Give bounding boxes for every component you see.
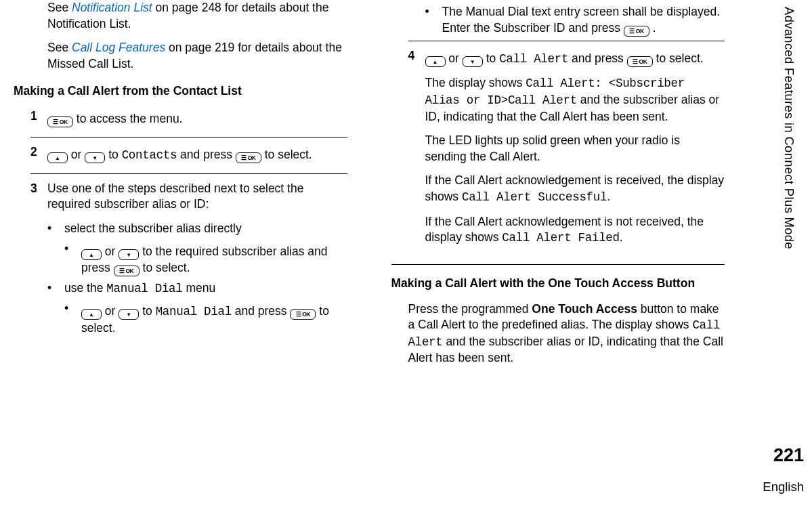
mono-manual-dial: Manual Dial (156, 305, 232, 318)
down-button-icon (85, 152, 105, 163)
text: or (68, 148, 85, 161)
mono-call-alert-failed: Call Alert Failed (502, 231, 619, 245)
paragraph-notification-list: See Notification List on page 248 for de… (47, 0, 347, 32)
left-column: See Notification List on page 248 for de… (0, 0, 361, 474)
sub-bullet-body: or to Manual Dial and press to select. (81, 303, 347, 336)
heading-one-touch-access: Making a Call Alert with the One Touch A… (391, 276, 725, 292)
mono-manual-dial: Manual Dial (106, 282, 182, 295)
paragraph-one-touch-access: Press the programmed One Touch Access bu… (408, 301, 725, 367)
ok-button-icon (627, 56, 653, 67)
page-number: 221 (773, 443, 804, 467)
bullet-text: use the Manual Dial menu (64, 280, 215, 297)
paragraph-led: The LED lights up solid green when your … (425, 133, 725, 165)
paragraph-ack-not-received: If the Call Alert acknowledgement is not… (425, 214, 725, 247)
text: . (620, 230, 623, 244)
step-number: 3 (30, 181, 47, 337)
ok-button-icon (290, 309, 316, 320)
ok-button-icon (624, 26, 649, 37)
paragraph-ack-received: If the Call Alert acknowledgement is rec… (425, 173, 725, 205)
bullet-mark: • (425, 4, 442, 37)
divider (391, 264, 725, 265)
text: use the (64, 281, 106, 295)
down-button-icon (463, 56, 483, 67)
text: to select. (261, 148, 312, 161)
step-number: 4 (408, 48, 425, 255)
text: to (483, 51, 499, 65)
text: and the subscriber alias or ID, indicati… (408, 335, 723, 365)
bullet-body: The Manual Dial text entry screen shall … (442, 4, 725, 37)
mono-call-alert: Call Alert (499, 52, 568, 66)
page-language: English (763, 479, 804, 496)
bullet-manual-dial: • use the Manual Dial menu (47, 280, 347, 297)
step-number: 1 (30, 108, 47, 127)
step-4: 4 or to Call Alert and press to select. … (408, 48, 725, 255)
up-button-icon (47, 152, 68, 163)
bullet-mark: • (64, 241, 81, 276)
heading-making-call-alert-contact-list: Making a Call Alert from the Contact Lis… (14, 83, 347, 100)
bullet-select-directly: • select the subscriber alias directly (47, 221, 347, 237)
sub-bullet-body: or to the required subscriber alias and … (81, 244, 347, 276)
page-container: See Notification List on page 248 for de… (0, 0, 738, 474)
text: See (47, 1, 72, 14)
step-body: Use one of the steps described next to s… (47, 181, 347, 337)
mono-contacts: Contacts (122, 148, 177, 162)
text: Use one of the steps described next to s… (47, 181, 347, 213)
down-button-icon (119, 249, 139, 260)
down-button-icon (119, 309, 139, 320)
bullet-mark: • (47, 280, 64, 297)
text: to select. (653, 51, 704, 65)
sub-bullet: • or to the required subscriber alias an… (64, 241, 347, 276)
step-body: or to Call Alert and press to select. Th… (425, 48, 725, 255)
text: to access the menu. (73, 112, 182, 125)
text: Press the programmed (408, 302, 532, 316)
text: or (102, 304, 119, 318)
text: or (446, 51, 463, 65)
step-number: 2 (30, 144, 47, 164)
mono-call-alert-successful: Call Alert Successful (462, 190, 607, 204)
paragraph-display-shows: The display shows Call Alert: <Subscribe… (425, 75, 725, 125)
side-header: Advanced Features in Connect Plus Mode (780, 7, 797, 249)
link-call-log-features[interactable]: Call Log Features (72, 41, 165, 54)
up-button-icon (425, 56, 446, 67)
right-column: • The Manual Dial text entry screen shal… (378, 0, 739, 474)
text: and press (232, 304, 291, 318)
step-1: 1 to access the menu. (30, 108, 347, 127)
ok-button-icon (114, 266, 140, 276)
text: The display shows (425, 76, 526, 89)
ok-button-icon (236, 152, 261, 163)
text: and press (568, 51, 627, 65)
step-line: or to Call Alert and press to select. (425, 51, 725, 68)
bullet-mark: • (47, 221, 64, 237)
divider (408, 41, 725, 41)
bold-one-touch-access: One Touch Access (532, 302, 637, 316)
paragraph-call-log: See Call Log Features on page 219 for de… (47, 40, 347, 72)
divider (30, 173, 347, 174)
text: . (649, 21, 656, 35)
text: or (102, 245, 119, 258)
up-button-icon (81, 249, 102, 260)
text: to (105, 148, 121, 161)
step-3: 3 Use one of the steps described next to… (30, 181, 347, 337)
bullet-text: select the subscriber alias directly (64, 221, 242, 237)
ok-button-icon (47, 117, 73, 127)
text: menu (183, 281, 216, 295)
text: The Manual Dial text entry screen shall … (442, 5, 721, 35)
text: to (139, 304, 155, 318)
step-body: to access the menu. (47, 111, 347, 127)
text: See (47, 41, 72, 54)
divider (30, 137, 347, 137)
step-body: or to Contacts and press to select. (47, 147, 347, 164)
sub-bullet: • or to Manual Dial and press to select. (64, 301, 347, 336)
link-notification-list[interactable]: Notification List (72, 1, 152, 14)
bullet-manual-dial-entry: • The Manual Dial text entry screen shal… (425, 4, 725, 37)
text: and press (177, 148, 236, 161)
text: to select. (140, 261, 190, 274)
text: . (607, 190, 610, 203)
bullet-mark: • (64, 301, 81, 336)
step-2: 2 or to Contacts and press to select. (30, 144, 347, 164)
up-button-icon (81, 309, 102, 320)
